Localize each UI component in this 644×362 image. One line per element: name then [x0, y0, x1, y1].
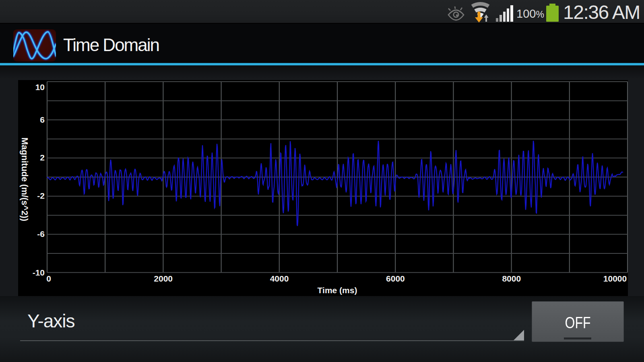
svg-text:Time (ms): Time (ms): [318, 286, 357, 295]
svg-text:-6: -6: [37, 229, 45, 239]
svg-text:8000: 8000: [502, 274, 521, 283]
svg-text:2000: 2000: [154, 274, 173, 283]
svg-text:6000: 6000: [386, 274, 405, 283]
svg-text:0: 0: [46, 274, 51, 283]
svg-text:Magnitude (m/(s^2)): Magnitude (m/(s^2)): [20, 138, 30, 221]
svg-text:-2: -2: [37, 191, 45, 200]
svg-text:10000: 10000: [603, 274, 627, 283]
svg-text:6: 6: [40, 115, 45, 124]
svg-text:4000: 4000: [270, 274, 289, 283]
svg-text:10: 10: [35, 82, 45, 92]
svg-text:-10: -10: [33, 268, 45, 277]
svg-text:2: 2: [40, 153, 45, 162]
